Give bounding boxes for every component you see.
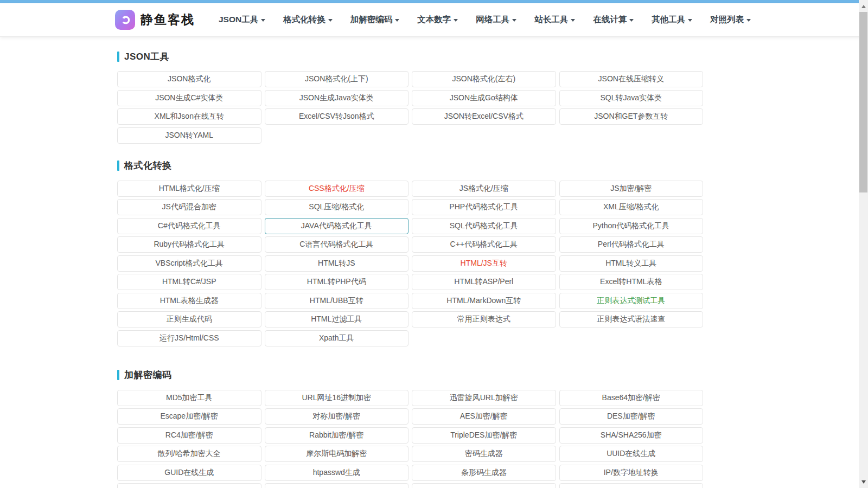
tool-button[interactable]: 正则表达式语法速查 xyxy=(559,311,704,328)
tool-button[interactable]: SQL代码格式化工具 xyxy=(412,218,556,234)
nav-menu: JSON工具格式化转换加解密编码文本数字网络工具站长工具在线计算其他工具对照列表 xyxy=(219,14,769,25)
tool-button[interactable]: C++代码格式化工具 xyxy=(412,236,556,253)
tool-button[interactable]: SQL转Java实体类 xyxy=(559,90,704,106)
tool-button[interactable]: JSON生成C#实体类 xyxy=(117,90,261,106)
tool-button[interactable]: URL网址16进制加密 xyxy=(265,390,409,406)
tool-button[interactable]: HTML转ASP/Perl xyxy=(412,274,556,290)
nav-item-text-number[interactable]: 文本数字 xyxy=(417,14,458,25)
tool-button[interactable]: JSON和GET参数互转 xyxy=(559,108,704,125)
chevron-down-icon xyxy=(512,19,516,22)
tool-button[interactable]: JAVA代码格式化工具 xyxy=(265,218,409,234)
nav-item-reference-list[interactable]: 对照列表 xyxy=(710,14,751,25)
chevron-down-icon xyxy=(688,19,692,22)
tool-button[interactable]: HTML表格生成器 xyxy=(117,293,261,309)
tool-button[interactable]: IP/数字地址转换 xyxy=(559,465,704,481)
nav-item-webmaster-tools[interactable]: 站长工具 xyxy=(534,14,575,25)
nav-item-json-tools[interactable]: JSON工具 xyxy=(219,14,265,25)
tool-button[interactable]: JSON生成Java实体类 xyxy=(265,90,409,106)
scrollbar-thumb[interactable] xyxy=(859,12,867,192)
brand[interactable]: 静鱼客栈 xyxy=(115,10,195,30)
tool-button[interactable]: 常用正则表达式 xyxy=(412,311,556,328)
nav-item-online-calc[interactable]: 在线计算 xyxy=(593,14,634,25)
nav-item-encrypt-encode[interactable]: 加解密编码 xyxy=(350,14,400,25)
tool-button[interactable]: C#代码格式化工具 xyxy=(117,218,261,234)
tool-button[interactable]: CSS格式化/压缩 xyxy=(265,181,409,197)
tool-grid: MD5加密工具URL网址16进制加密迅雷旋风URL加解密Base64加密/解密E… xyxy=(117,390,703,488)
tool-button[interactable]: 正则生成代码 xyxy=(117,311,261,328)
tool-button[interactable]: MD5加密工具 xyxy=(117,390,261,406)
tool-button[interactable]: HTML过滤工具 xyxy=(265,311,409,328)
tool-button[interactable]: JSON格式化(上下) xyxy=(265,71,409,87)
tool-button[interactable]: 运行JS/Html/CSS xyxy=(117,330,261,346)
tool-button[interactable]: HTML/JS互转 xyxy=(412,255,556,272)
nav-item-format-convert[interactable]: 格式化转换 xyxy=(283,14,333,25)
tool-button[interactable]: HTML转C#/JSP xyxy=(117,274,261,290)
tool-button[interactable]: HTML格式化/压缩 xyxy=(117,181,261,197)
tool-button[interactable]: Excel/CSV转Json格式 xyxy=(265,108,409,125)
accent-bar xyxy=(117,52,119,62)
nav-item-network-tools[interactable]: 网络工具 xyxy=(476,14,516,25)
tool-button[interactable]: 密码生成器 xyxy=(412,446,556,462)
chevron-down-icon xyxy=(328,19,333,22)
tool-button[interactable]: UUID在线生成 xyxy=(559,446,704,462)
tool-button[interactable]: C语言代码格式化工具 xyxy=(265,236,409,253)
tool-button[interactable] xyxy=(559,483,704,488)
nav-item-label: 加解密编码 xyxy=(350,14,393,25)
tool-button[interactable]: JS代码混合加密 xyxy=(117,199,261,215)
tool-button[interactable]: Python代码格式化工具 xyxy=(559,218,704,234)
scrollbar[interactable] xyxy=(859,0,868,488)
tool-button[interactable]: 对称加密/解密 xyxy=(265,408,409,425)
tool-button[interactable]: GUID在线生成 xyxy=(117,465,261,481)
scrollbar-down-arrow-icon[interactable] xyxy=(859,477,868,486)
tool-button[interactable]: JSON在线压缩转义 xyxy=(559,71,704,87)
tool-button[interactable]: 迅雷旋风URL加解密 xyxy=(412,390,556,406)
tool-button[interactable]: XML压缩/格式化 xyxy=(559,199,704,215)
scrollbar-up-arrow-icon[interactable] xyxy=(859,2,868,11)
tool-button[interactable]: 正则表达式测试工具 xyxy=(559,293,704,309)
nav-item-label: 文本数字 xyxy=(417,14,451,25)
tool-button[interactable]: DES加密/解密 xyxy=(559,408,704,425)
tool-button[interactable]: htpasswd生成 xyxy=(265,465,409,481)
tool-button[interactable]: Xpath工具 xyxy=(265,330,409,346)
tool-button[interactable]: 摩尔斯电码加解密 xyxy=(265,446,409,462)
nav-item-label: JSON工具 xyxy=(219,14,258,25)
section-title: JSON工具 xyxy=(124,50,169,63)
section-title: 格式化转换 xyxy=(124,159,172,172)
tool-button[interactable]: VBScript格式化工具 xyxy=(117,255,261,272)
tool-button[interactable]: RC4加密/解密 xyxy=(117,427,261,444)
tool-button[interactable]: SQL压缩/格式化 xyxy=(265,199,409,215)
tool-button[interactable] xyxy=(117,483,261,488)
tool-button[interactable]: HTML转PHP代码 xyxy=(265,274,409,290)
tool-button[interactable]: HTML转JS xyxy=(265,255,409,272)
tool-button[interactable]: 条形码生成器 xyxy=(412,465,556,481)
tool-button[interactable]: JSON格式化 xyxy=(117,71,261,87)
tool-button[interactable]: XML和Json在线互转 xyxy=(117,108,261,125)
tool-button[interactable]: Excel转HTML表格 xyxy=(559,274,704,290)
tool-button[interactable]: HTML转义工具 xyxy=(559,255,704,272)
section-encrypt-encode: 加解密编码MD5加密工具URL网址16进制加密迅雷旋风URL加解密Base64加… xyxy=(117,369,703,488)
tool-button[interactable]: Escape加密/解密 xyxy=(117,408,261,425)
tool-button[interactable] xyxy=(265,483,409,488)
tool-button[interactable]: PHP代码格式化工具 xyxy=(412,199,556,215)
tool-button[interactable]: AES加密/解密 xyxy=(412,408,556,425)
tool-button[interactable]: SHA/SHA256加密 xyxy=(559,427,704,444)
tool-button[interactable]: Perl代码格式化工具 xyxy=(559,236,704,253)
tool-button[interactable]: JSON转Excel/CSV格式 xyxy=(412,108,556,125)
nav-item-label: 站长工具 xyxy=(534,14,568,25)
tool-button[interactable]: Base64加密/解密 xyxy=(559,390,704,406)
tool-button[interactable] xyxy=(412,483,556,488)
tool-grid: HTML格式化/压缩CSS格式化/压缩JS格式化/压缩JS加密/解密JS代码混合… xyxy=(117,181,703,346)
tool-button[interactable]: JSON生成Go结构体 xyxy=(412,90,556,106)
tool-button[interactable]: HTML/UBB互转 xyxy=(265,293,409,309)
tool-button[interactable]: Rabbit加密/解密 xyxy=(265,427,409,444)
tool-button[interactable]: JS格式化/压缩 xyxy=(412,181,556,197)
tool-button[interactable]: 散列/哈希加密大全 xyxy=(117,446,261,462)
chevron-down-icon xyxy=(746,19,751,22)
tool-button[interactable]: Ruby代码格式化工具 xyxy=(117,236,261,253)
nav-item-other-tools[interactable]: 其他工具 xyxy=(652,14,692,25)
tool-button[interactable]: TripleDES加密/解密 xyxy=(412,427,556,444)
tool-button[interactable]: HTML/MarkDown互转 xyxy=(412,293,556,309)
tool-button[interactable]: JSON转YAML xyxy=(117,127,261,144)
tool-button[interactable]: JSON格式化(左右) xyxy=(412,71,556,87)
tool-button[interactable]: JS加密/解密 xyxy=(559,181,704,197)
